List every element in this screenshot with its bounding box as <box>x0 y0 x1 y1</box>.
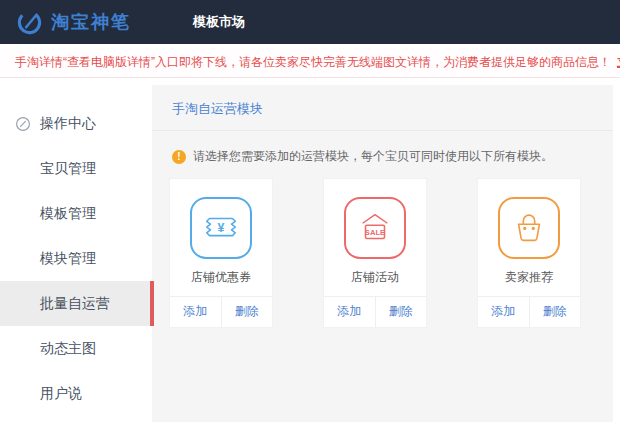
sidebar-item-label: 用户说 <box>40 385 82 403</box>
card-actions: 添加 删除 <box>324 296 426 327</box>
sidebar-item-label: 模板管理 <box>40 205 96 223</box>
content-area: 操作中心 宝贝管理 模板管理 模块管理 批量自运营 动态主图 用户说 手淘自运营… <box>0 85 620 422</box>
sidebar-item-user-reviews[interactable]: 用户说 <box>0 371 150 416</box>
card-actions: 添加 删除 <box>170 296 272 327</box>
sidebar-item-label: 操作中心 <box>40 115 96 133</box>
module-card-activity: SALE 店铺活动 添加 删除 <box>323 178 427 328</box>
pen-circle-icon <box>15 116 31 132</box>
page-title: 手淘自运营模块 <box>172 100 593 118</box>
card-label: 店铺活动 <box>351 269 399 286</box>
sidebar-item-batch-self-operation[interactable]: 批量自运营 <box>0 281 150 326</box>
logo-text: 淘宝神笔 <box>51 10 131 34</box>
active-indicator <box>150 281 154 326</box>
delete-button[interactable]: 删除 <box>222 297 273 327</box>
add-button[interactable]: 添加 <box>324 297 376 327</box>
app-header: 淘宝神笔 模板市场 <box>0 0 620 44</box>
main-panel: 手淘自运营模块 ! 请选择您需要添加的运营模块，每个宝贝可同时使用以下所有模块。… <box>152 85 613 422</box>
cards-row: ¥ 店铺优惠券 添加 删除 SALE <box>152 165 613 328</box>
pen-logo-icon <box>16 9 43 36</box>
shopping-basket-icon <box>498 197 560 259</box>
coupon-icon: ¥ <box>190 197 252 259</box>
card-label: 卖家推荐 <box>505 269 553 286</box>
card-actions: 添加 删除 <box>478 296 580 327</box>
info-icon: ! <box>172 150 186 164</box>
module-card-seller-recommend: 卖家推荐 添加 删除 <box>477 178 581 328</box>
module-card-coupon: ¥ 店铺优惠券 添加 删除 <box>169 178 273 328</box>
card-label: 店铺优惠券 <box>191 269 251 286</box>
info-row: ! 请选择您需要添加的运营模块，每个宝贝可同时使用以下所有模块。 <box>152 131 613 165</box>
card-body: SALE 店铺活动 <box>324 179 426 296</box>
add-button[interactable]: 添加 <box>478 297 530 327</box>
add-button[interactable]: 添加 <box>170 297 222 327</box>
sidebar-item-module-management[interactable]: 模块管理 <box>0 236 150 281</box>
panel-header: 手淘自运营模块 <box>152 85 613 131</box>
svg-text:¥: ¥ <box>218 221 225 235</box>
app-logo[interactable]: 淘宝神笔 <box>16 9 131 36</box>
sidebar-item-label: 批量自运营 <box>40 295 110 313</box>
announcement-bar: 手淘详情“查看电脑版详情”入口即将下线，请各位卖家尽快完善无线端图文详情，为消费… <box>0 48 620 78</box>
sidebar-item-label: 模块管理 <box>40 250 96 268</box>
nav-item-template-market[interactable]: 模板市场 <box>193 13 245 31</box>
svg-text:SALE: SALE <box>365 228 385 237</box>
announcement-text: 手淘详情“查看电脑版详情”入口即将下线，请各位卖家尽快完善无线端图文详情，为消费… <box>15 54 611 71</box>
sidebar: 操作中心 宝贝管理 模板管理 模块管理 批量自运营 动态主图 用户说 <box>0 85 150 422</box>
delete-button[interactable]: 删除 <box>376 297 427 327</box>
sidebar-item-label: 宝贝管理 <box>40 160 96 178</box>
sidebar-item-dynamic-main-image[interactable]: 动态主图 <box>0 326 150 371</box>
card-body: 卖家推荐 <box>478 179 580 296</box>
delete-button[interactable]: 删除 <box>530 297 581 327</box>
sale-sign-icon: SALE <box>344 197 406 259</box>
card-body: ¥ 店铺优惠券 <box>170 179 272 296</box>
sidebar-item-template-management[interactable]: 模板管理 <box>0 191 150 236</box>
sidebar-item-operation-center[interactable]: 操作中心 <box>0 101 150 146</box>
info-text: 请选择您需要添加的运营模块，每个宝贝可同时使用以下所有模块。 <box>193 148 553 165</box>
sidebar-item-label: 动态主图 <box>40 340 96 358</box>
sidebar-item-item-management[interactable]: 宝贝管理 <box>0 146 150 191</box>
